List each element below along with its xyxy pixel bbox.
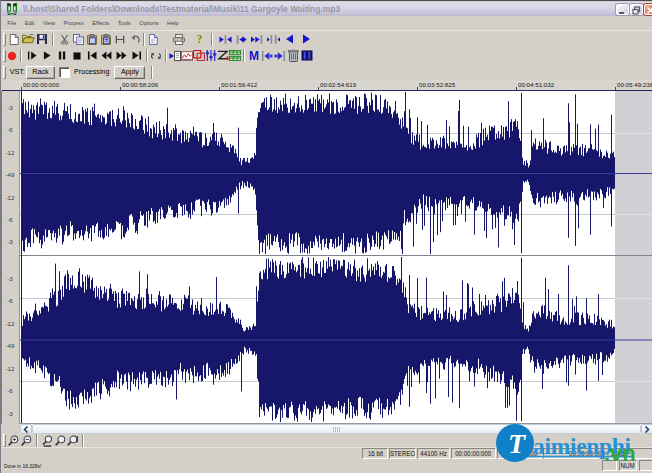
- zoom-selection-button[interactable]: [41, 433, 54, 448]
- save-button[interactable]: [35, 32, 49, 47]
- prev-region-icon: [285, 34, 294, 44]
- record-icon: [7, 51, 17, 61]
- scrollbar-thumb[interactable]: [32, 424, 641, 434]
- ruler-time-label: 00:03:52:825: [419, 81, 455, 88]
- menu-edit[interactable]: Edit: [21, 20, 39, 26]
- play-button[interactable]: [39, 48, 54, 63]
- go-start-button[interactable]: [84, 48, 99, 63]
- next-region-button[interactable]: [298, 32, 315, 47]
- toolbar-grip[interactable]: [3, 66, 6, 79]
- pause-button[interactable]: [54, 48, 69, 63]
- delete-marker-button[interactable]: [287, 48, 300, 63]
- menu-process[interactable]: Process: [59, 20, 88, 26]
- batch-button[interactable]: [229, 48, 241, 63]
- horizontal-scrollbar[interactable]: [20, 424, 652, 434]
- minimize-icon: [618, 6, 627, 15]
- scroll-right-button[interactable]: [641, 424, 652, 434]
- new-button[interactable]: [7, 32, 21, 47]
- toolbar-separator: [211, 33, 213, 46]
- status-field: 00:00:00:000: [497, 448, 542, 459]
- rewind-button[interactable]: [99, 48, 114, 63]
- marker-right-button[interactable]: [274, 48, 287, 63]
- forward-icon: [116, 51, 127, 60]
- add-marker-button[interactable]: M: [247, 48, 260, 63]
- sel-end-left-button[interactable]: [249, 32, 265, 47]
- trim-button[interactable]: [113, 32, 127, 47]
- zoom-vertical-button[interactable]: [66, 433, 79, 448]
- play-icon: [43, 51, 51, 60]
- statistics-button[interactable]: [181, 48, 193, 63]
- play-from-button[interactable]: [24, 48, 39, 63]
- prev-region-button[interactable]: [281, 32, 298, 47]
- status-field-text: 00:00:00:000 - 16384: [569, 450, 628, 457]
- paste-button[interactable]: [85, 32, 99, 47]
- sel-start-right-button[interactable]: [233, 32, 249, 47]
- undo-button[interactable]: [127, 32, 141, 47]
- menu-tools[interactable]: Tools: [113, 20, 135, 26]
- menu-file[interactable]: File: [3, 20, 21, 26]
- processing-checkbox[interactable]: [59, 67, 70, 78]
- cut-button[interactable]: [57, 32, 71, 47]
- undo-icon: [129, 35, 140, 44]
- db-label: -6: [5, 217, 16, 224]
- db-label: -3: [5, 410, 16, 417]
- vst-rack-button[interactable]: Rack: [26, 66, 55, 79]
- svg-text:M: M: [249, 50, 259, 61]
- zoom-all-button[interactable]: [54, 433, 67, 448]
- paste-new-icon: [101, 34, 111, 45]
- sel-end-right-button[interactable]: [265, 32, 281, 47]
- forward-button[interactable]: [114, 48, 129, 63]
- status-message: Done in 16.328s!: [4, 462, 87, 473]
- batch-icon: [229, 50, 241, 61]
- maximize-button[interactable]: [630, 4, 643, 15]
- no-audio-region: [615, 91, 652, 424]
- open-button[interactable]: [21, 32, 35, 47]
- marker-left-button[interactable]: [260, 48, 273, 63]
- swap-channels-button[interactable]: [193, 48, 205, 63]
- minimize-button[interactable]: [616, 4, 629, 15]
- swap-channels-icon: [193, 50, 205, 61]
- status-field: 00:00:00:000 - 16384: [543, 448, 652, 459]
- ruler-tick: [417, 87, 418, 90]
- menu-help[interactable]: Help: [163, 20, 183, 26]
- toolbar-separator: [52, 33, 54, 46]
- stop-button[interactable]: [69, 48, 84, 63]
- menu-view[interactable]: View: [39, 20, 60, 26]
- vst-apply-button-label: Apply: [121, 68, 139, 76]
- close-button[interactable]: [644, 4, 652, 15]
- loop-points-button[interactable]: [301, 48, 314, 63]
- toolbar-grip[interactable]: [3, 434, 6, 447]
- sel-start-left-button[interactable]: [217, 32, 233, 47]
- toolbar-separator: [36, 434, 38, 447]
- export-sel-button[interactable]: [169, 48, 181, 63]
- go-end-button[interactable]: [129, 48, 144, 63]
- time-ruler[interactable]: 00:00:00:00000:00:58:20600:01:56:41200:0…: [2, 80, 652, 91]
- menu-effects[interactable]: Effects: [88, 20, 114, 26]
- transport-toolbar: M: [2, 47, 652, 64]
- record-button[interactable]: [6, 48, 18, 63]
- title-bar[interactable]: \\.host\Shared Folders\Downloads\Testmat…: [2, 2, 652, 16]
- sel-start-right-icon: [235, 35, 248, 44]
- toolbar-grip[interactable]: [3, 33, 6, 46]
- loop-points-icon: [301, 50, 313, 61]
- zoom-in-button[interactable]: [7, 433, 20, 448]
- paste-new-button[interactable]: [99, 32, 113, 47]
- help-button[interactable]: ?: [192, 32, 207, 47]
- print-button[interactable]: [172, 32, 186, 47]
- menu-options[interactable]: Options: [135, 20, 163, 26]
- open-icon: [22, 34, 35, 44]
- scroll-right-icon: [644, 426, 650, 433]
- copy-doc-button[interactable]: [146, 32, 160, 47]
- waveform-display[interactable]: [20, 91, 652, 424]
- zoom-out-icon: [20, 435, 32, 447]
- status-field: 00:00:00:000: [451, 448, 496, 459]
- zoom-out-button[interactable]: [20, 433, 33, 448]
- indicator-empty: [602, 460, 617, 471]
- loop-button[interactable]: [149, 48, 162, 63]
- copy-button[interactable]: [71, 32, 85, 47]
- zero-cross-button[interactable]: [217, 48, 229, 63]
- ruler-time-label: 00:04:51:032: [518, 81, 554, 88]
- vst-apply-button[interactable]: Apply: [114, 66, 145, 79]
- status-bar-info: 16 bitSTEREO44100 Hz00:00:00:00000:00:00…: [2, 447, 652, 460]
- vst-rack-button[interactable]: [205, 48, 217, 63]
